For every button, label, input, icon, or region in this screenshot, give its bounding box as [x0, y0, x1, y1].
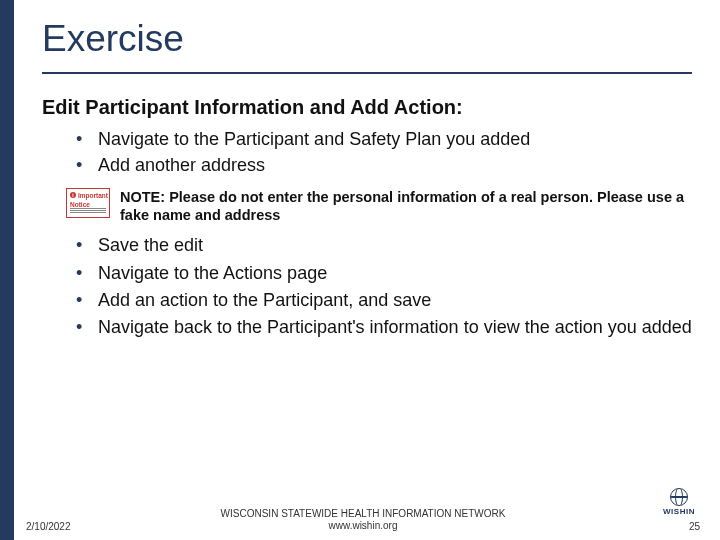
globe-icon [670, 488, 688, 506]
footer-center: WISCONSIN STATEWIDE HEALTH INFORMATION N… [106, 508, 620, 532]
list-item: Navigate to the Actions page [76, 261, 692, 285]
list-item: Save the edit [76, 233, 692, 257]
note-text: NOTE: Please do not enter the personal i… [120, 188, 692, 226]
slide: Exercise Edit Participant Information an… [0, 0, 720, 540]
title-rule [42, 72, 692, 74]
list-item: Navigate back to the Participant's infor… [76, 315, 692, 339]
page-number: 25 [689, 521, 700, 532]
list-item: Navigate to the Participant and Safety P… [76, 127, 692, 151]
footer-url: www.wishin.org [106, 520, 620, 532]
footer-date: 2/10/2022 [26, 521, 106, 532]
list-item: Add another address [76, 153, 692, 177]
footer: 2/10/2022 WISCONSIN STATEWIDE HEALTH INF… [14, 508, 720, 532]
subtitle: Edit Participant Information and Add Act… [42, 96, 692, 119]
bullet-list-top: Navigate to the Participant and Safety P… [42, 127, 692, 178]
bullet-list-second: Save the edit Navigate to the Actions pa… [42, 233, 692, 339]
important-notice-icon: i Important Notice [66, 188, 110, 218]
footer-org: WISCONSIN STATEWIDE HEALTH INFORMATION N… [106, 508, 620, 520]
note-row: i Important Notice NOTE: Please do not e… [66, 188, 692, 226]
slide-title: Exercise [42, 18, 692, 66]
list-item: Add an action to the Participant, and sa… [76, 288, 692, 312]
